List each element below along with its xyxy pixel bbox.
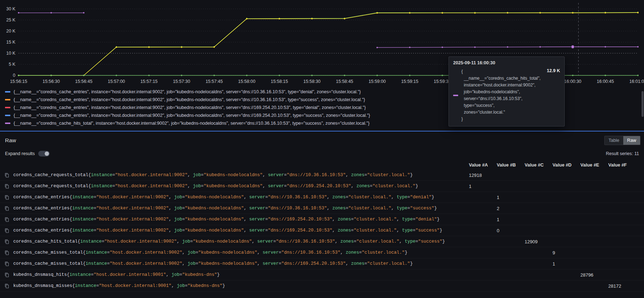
svg-text:15:57:30: 15:57:30	[173, 79, 190, 84]
value-cell	[580, 206, 608, 211]
value-cell	[608, 261, 636, 267]
copy-button[interactable]	[5, 250, 13, 255]
value-cell	[525, 228, 553, 233]
copy-icon	[5, 228, 9, 233]
chart-tooltip: 2025-09-11 16:00:30 { __name__="coredns_…	[449, 56, 565, 126]
svg-text:25 K: 25 K	[6, 18, 16, 23]
result-row: coredns_cache_misses_total{instance="hos…	[0, 258, 644, 269]
tooltip-value: 12.9 K	[547, 68, 560, 73]
copy-icon	[5, 273, 9, 277]
value-cell: 1	[469, 184, 497, 189]
value-cell	[580, 228, 608, 233]
svg-text:15:56:30: 15:56:30	[43, 79, 60, 84]
metric-expression: coredns_cache_requests_total{instance="h…	[13, 173, 469, 178]
copy-button[interactable]	[5, 184, 13, 189]
value-cell	[608, 195, 636, 200]
copy-icon	[5, 195, 9, 200]
table-view-button[interactable]: Table	[605, 136, 623, 145]
value-cell: 9	[553, 250, 580, 255]
svg-text:15:58:00: 15:58:00	[238, 79, 255, 84]
value-cell	[469, 217, 497, 222]
svg-text:15:57:00: 15:57:00	[108, 79, 125, 84]
value-cell	[525, 250, 553, 255]
result-series-count: Result series: 11	[606, 151, 639, 156]
results-view-toggle: Table Raw	[604, 136, 640, 145]
svg-text:30 K: 30 K	[6, 6, 16, 11]
value-cell	[525, 217, 553, 222]
copy-icon	[5, 206, 9, 211]
svg-text:15 K: 15 K	[6, 40, 16, 45]
value-cell	[525, 195, 553, 200]
svg-text:15:58:45: 15:58:45	[336, 79, 353, 84]
copy-icon	[5, 239, 9, 244]
copy-button[interactable]	[5, 173, 13, 178]
svg-text:15:59:15: 15:59:15	[401, 79, 418, 84]
tooltip-timestamp: 2025-09-11 16:00:30	[453, 60, 560, 65]
value-cell	[525, 173, 553, 178]
result-row: coredns_cache_requests_total{instance="h…	[0, 170, 644, 181]
series-color-swatch	[5, 115, 10, 116]
value-cell	[608, 272, 636, 278]
results-panel: Raw Table Raw Expand results Result seri…	[0, 131, 644, 292]
copy-button[interactable]	[5, 206, 13, 211]
value-cell	[553, 228, 580, 233]
value-cell	[553, 272, 580, 278]
metric-expression: coredns_cache_entries{instance="host.doc…	[13, 217, 469, 222]
value-cell	[553, 206, 580, 211]
toggle-knob	[45, 152, 49, 156]
metric-expression: coredns_cache_hits_total{instance="host.…	[13, 239, 469, 244]
value-cell	[497, 173, 525, 178]
result-row: coredns_cache_entries{instance="host.doc…	[0, 225, 644, 236]
svg-text:16:00:45: 16:00:45	[597, 79, 614, 84]
value-cell	[497, 272, 525, 278]
column-header-value-e: Value #E	[580, 162, 608, 168]
column-header-value-b: Value #B	[497, 162, 525, 168]
metric-expression: kubedns_dnsmasq_hits{instance="host.dock…	[13, 272, 469, 277]
svg-text:20 K: 20 K	[6, 29, 16, 34]
legend-label: {__name__="coredns_cache_entries", insta…	[14, 97, 365, 102]
raw-view-button[interactable]: Raw	[623, 136, 640, 145]
expand-results-label: Expand results	[5, 151, 35, 156]
svg-text:5 K: 5 K	[9, 62, 15, 67]
svg-text:0: 0	[13, 73, 15, 78]
metric-expression: coredns_cache_misses_total{instance="hos…	[13, 250, 469, 255]
value-cell	[525, 261, 553, 267]
svg-text:15:56:15: 15:56:15	[10, 79, 27, 84]
result-row: kubedns_dnsmasq_misses{instance="host.do…	[0, 280, 644, 292]
copy-button[interactable]	[5, 262, 13, 266]
value-cell	[608, 206, 636, 211]
copy-icon	[5, 217, 9, 222]
copy-button[interactable]	[5, 239, 13, 244]
copy-button[interactable]	[5, 217, 13, 222]
result-row: kubedns_dnsmasq_hits{instance="host.dock…	[0, 269, 644, 280]
value-cell: 28172	[608, 283, 636, 289]
page-scrollbar-thumb[interactable]	[641, 91, 644, 117]
value-cell: 28796	[580, 272, 608, 278]
copy-button[interactable]	[5, 284, 13, 288]
graph-panel: 05 K10 K15 K20 K25 K30 K15:56:1515:56:30…	[0, 0, 644, 127]
expand-results-toggle[interactable]	[38, 151, 50, 157]
value-cell	[469, 272, 497, 278]
value-cell	[497, 283, 525, 289]
value-cell	[553, 195, 580, 200]
value-cell	[469, 250, 497, 255]
value-cell: 1	[497, 217, 525, 222]
column-header-value-d: Value #D	[553, 162, 580, 168]
result-row: coredns_cache_entries{instance="host.doc…	[0, 192, 644, 203]
value-cell	[553, 239, 580, 244]
value-cell	[553, 173, 580, 178]
copy-button[interactable]	[5, 195, 13, 200]
metric-expression: coredns_cache_misses_total{instance="hos…	[13, 261, 469, 266]
result-row: coredns_cache_hits_total{instance="host.…	[0, 236, 644, 247]
series-color-swatch	[5, 91, 10, 93]
value-cell	[608, 228, 636, 233]
value-cell	[580, 283, 608, 289]
value-cell: 0	[497, 228, 525, 233]
value-cell	[580, 184, 608, 189]
value-cell	[525, 283, 553, 289]
copy-button[interactable]	[5, 273, 13, 277]
column-header-value-f: Value #F	[608, 162, 636, 168]
metric-expression: coredns_cache_entries{instance="host.doc…	[13, 206, 469, 211]
svg-text:15:58:15: 15:58:15	[271, 79, 288, 84]
copy-button[interactable]	[5, 228, 13, 233]
